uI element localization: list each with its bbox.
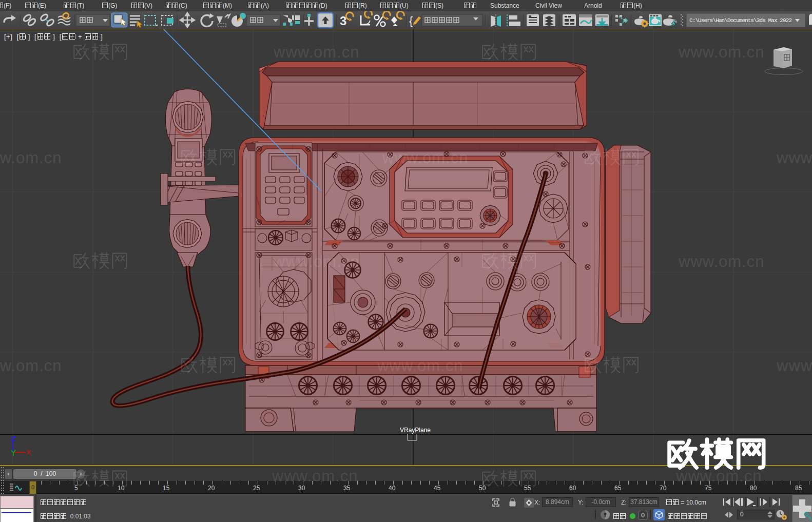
svg-text:www.om.cn: www.om.cn xyxy=(272,467,358,485)
svg-text:{: { xyxy=(409,14,413,27)
svg-text:www.om.cn: www.om.cn xyxy=(0,149,62,167)
svg-text:www.om.cn: www.om.cn xyxy=(273,253,359,270)
svg-text:www.om.cn: www.om.cn xyxy=(377,357,463,375)
svg-text:www.om.cn: www.om.cn xyxy=(776,357,812,375)
svg-text:www.om.cn: www.om.cn xyxy=(776,149,812,167)
svg-text:www.om.cn: www.om.cn xyxy=(0,357,62,375)
svg-text:C:\Users\Han\Documents\3ds Max: C:\Users\Han\Documents\3ds Max 2022 xyxy=(689,17,792,24)
svg-text:VRayPlane: VRayPlane xyxy=(400,427,431,434)
svg-text:www.om.cn: www.om.cn xyxy=(382,149,468,167)
svg-text:www.om.cn: www.om.cn xyxy=(678,253,764,270)
svg-text:www.om.cn: www.om.cn xyxy=(678,43,764,61)
svg-text:www.om.cn: www.om.cn xyxy=(273,43,359,61)
